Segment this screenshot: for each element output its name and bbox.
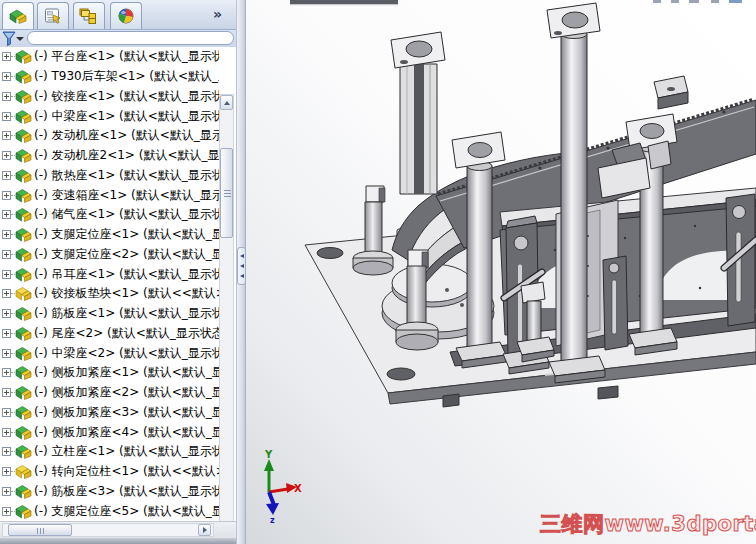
expand-plus-icon[interactable] <box>2 171 11 180</box>
part-icon <box>15 326 32 341</box>
rail-clamp-block <box>654 76 688 109</box>
part-tree-icon <box>9 8 27 24</box>
part-icon <box>15 385 32 400</box>
expand-plus-icon[interactable] <box>2 408 11 417</box>
tree-item-label: (-) 支腿定位座<5> (默认<默认_显 <box>34 503 219 520</box>
tree-item[interactable]: (-) 支腿定位座<1> (默认<默认_显 <box>0 225 219 245</box>
expand-plus-icon[interactable] <box>2 112 11 121</box>
part-icon-wrap <box>15 128 32 143</box>
tree-item[interactable]: (-) 转向定位柱<1> (默认<<默认> <box>0 462 219 482</box>
scroll-right-button[interactable] <box>198 524 211 536</box>
part-icon <box>15 89 32 104</box>
tree-item[interactable]: (-) 中梁座<2> (默认<默认_显示状 <box>0 343 219 363</box>
feature-tree: (-) 平台座<1> (默认<默认_显示状 (-) T930后车架<1> (默认… <box>0 47 236 521</box>
expand-plus-icon[interactable] <box>2 388 11 397</box>
expand-plus-icon[interactable] <box>2 191 11 200</box>
expand-plus-icon[interactable] <box>2 270 11 279</box>
window-bottom-edge <box>0 538 236 544</box>
tree-item[interactable]: (-) 铰接座<1> (默认<默认_显示状 <box>0 87 219 107</box>
panel-collapse-handle[interactable] <box>237 247 246 285</box>
tree-item[interactable]: (-) 发动机座2<1> (默认<默认_显 <box>0 146 219 166</box>
expand-plus-icon[interactable] <box>2 428 11 437</box>
part-icon-wrap <box>15 444 32 459</box>
tab-configurationmanager[interactable] <box>73 2 105 29</box>
filter-funnel-icon[interactable] <box>2 31 16 46</box>
part-icon <box>15 504 32 519</box>
expand-plus-icon[interactable] <box>2 329 11 338</box>
part-icon-wrap <box>15 385 32 400</box>
tree-item-label: (-) 侧板加紧座<1> (默认<默认_显 <box>34 364 219 381</box>
tree-item[interactable]: (-) 储气座<1> (默认<默认_显示状 <box>0 205 219 225</box>
watermark-text: 三维网www.3dportal.cn <box>540 512 756 536</box>
tree-item[interactable]: (-) 变速箱座<1> (默认<默认_显示 <box>0 185 219 205</box>
tab-propertymanager[interactable] <box>37 2 69 29</box>
expand-plus-icon[interactable] <box>2 309 11 318</box>
part-icon-wrap <box>15 227 32 242</box>
part-icon <box>15 346 32 361</box>
tree-item[interactable]: (-) 支腿定位座<5> (默认<默认_显 <box>0 501 219 521</box>
expand-plus-icon[interactable] <box>2 131 11 140</box>
tree-item-label: (-) 支腿定位座<1> (默认<默认_显 <box>34 226 219 243</box>
tree-item[interactable]: (-) 吊耳座<1> (默认<默认_显示状 <box>0 264 219 284</box>
part-icon-wrap <box>15 405 32 420</box>
expand-plus-icon[interactable] <box>2 210 11 219</box>
vertical-scroll-thumb[interactable] <box>220 148 233 238</box>
tab-displaymanager[interactable] <box>110 2 142 29</box>
tree-item[interactable]: (-) 尾座<2> (默认<默认_显示状态 <box>0 324 219 344</box>
expand-plus-icon[interactable] <box>2 487 11 496</box>
expand-plus-icon[interactable] <box>2 289 11 298</box>
part-icon <box>15 425 32 440</box>
expand-plus-icon[interactable] <box>2 467 11 476</box>
part-icon-wrap <box>15 168 32 183</box>
tree-horizontal-scrollbar[interactable] <box>0 521 236 538</box>
expand-plus-icon[interactable] <box>2 52 11 61</box>
part-icon-wrap <box>15 346 32 361</box>
expand-plus-icon[interactable] <box>2 349 11 358</box>
tree-item-label: (-) 支腿定位座<2> (默认<默认_显 <box>34 246 219 263</box>
tree-item-label: (-) 吊耳座<1> (默认<默认_显示状 <box>34 266 219 283</box>
tree-filter-input[interactable] <box>27 31 234 45</box>
tree-item[interactable]: (-) 支腿定位座<2> (默认<默认_显 <box>0 245 219 265</box>
filter-dropdown-caret[interactable] <box>16 37 24 41</box>
tree-item-label: (-) 转向定位柱<1> (默认<<默认> <box>34 463 219 480</box>
panel-splitter[interactable] <box>236 0 246 544</box>
expand-plus-icon[interactable] <box>2 368 11 377</box>
expand-plus-icon[interactable] <box>2 230 11 239</box>
part-icon <box>15 365 32 380</box>
tree-item[interactable]: (-) 铰接板垫块<1> (默认<<默认> <box>0 284 219 304</box>
tree-item[interactable]: (-) 平台座<1> (默认<默认_显示状 <box>0 47 219 67</box>
y-axis-label: Y <box>264 449 273 460</box>
part-icon-wrap <box>15 207 32 222</box>
collapse-arrow-icon <box>240 274 244 278</box>
tree-item[interactable]: (-) 侧板加紧座<4> (默认<默认_显 <box>0 422 219 442</box>
graphics-viewport[interactable]: Y X z 三维网www.3dportal.cn <box>246 0 756 544</box>
tree-item-label: (-) 铰接板垫块<1> (默认<<默认> <box>34 285 219 302</box>
tab-overflow-button[interactable]: » <box>213 5 222 23</box>
part-icon <box>15 484 32 499</box>
tree-item-label: (-) 筋板座<3> (默认<默认_显示状 <box>34 483 219 500</box>
horizontal-scroll-thumb[interactable] <box>8 524 72 536</box>
tree-vertical-scrollbar[interactable] <box>219 94 234 521</box>
expand-plus-icon[interactable] <box>2 507 11 516</box>
tree-item[interactable]: (-) 筋板座<1> (默认<默认_显示状 <box>0 304 219 324</box>
tree-item[interactable]: (-) 中梁座<1> (默认<默认_显示状 <box>0 106 219 126</box>
scroll-up-button[interactable] <box>220 95 233 110</box>
tree-item[interactable]: (-) 散热座<1> (默认<默认_显示状 <box>0 166 219 186</box>
part-icon <box>15 168 32 183</box>
part-icon <box>15 405 32 420</box>
tree-item[interactable]: (-) 侧板加紧座<2> (默认<默认_显 <box>0 383 219 403</box>
tree-item[interactable]: (-) 侧板加紧座<3> (默认<默认_显 <box>0 403 219 423</box>
tab-featuremanager[interactable] <box>2 2 34 29</box>
tree-item-label: (-) 储气座<1> (默认<默认_显示状 <box>34 206 219 223</box>
tree-item[interactable]: (-) T930后车架<1> (默认<默认_显 <box>0 67 219 87</box>
expand-plus-icon[interactable] <box>2 72 11 81</box>
tree-item[interactable]: (-) 立柱座<1> (默认<默认_显示状 <box>0 442 219 462</box>
collapse-arrow-icon <box>240 254 244 258</box>
tree-item[interactable]: (-) 侧板加紧座<1> (默认<默认_显 <box>0 363 219 383</box>
expand-plus-icon[interactable] <box>2 151 11 160</box>
expand-plus-icon[interactable] <box>2 250 11 259</box>
tree-item[interactable]: (-) 筋板座<3> (默认<默认_显示状 <box>0 482 219 502</box>
tree-item[interactable]: (-) 发动机座<1> (默认<默认_显示 <box>0 126 219 146</box>
expand-plus-icon[interactable] <box>2 92 11 101</box>
expand-plus-icon[interactable] <box>2 447 11 456</box>
